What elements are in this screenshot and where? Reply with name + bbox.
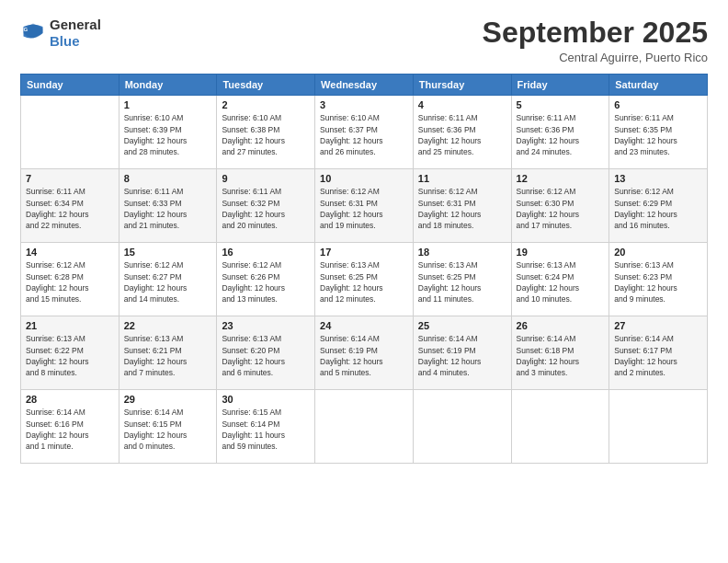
table-cell: 16Sunrise: 6:12 AMSunset: 6:26 PMDayligh… bbox=[217, 243, 315, 316]
table-cell bbox=[511, 390, 609, 464]
calendar-row: 14Sunrise: 6:12 AMSunset: 6:28 PMDayligh… bbox=[21, 243, 708, 316]
col-monday: Monday bbox=[119, 75, 217, 96]
title-block: September 2025 Central Aguirre, Puerto R… bbox=[483, 17, 708, 64]
day-info: Sunrise: 6:11 AMSunset: 6:32 PMDaylight:… bbox=[222, 186, 310, 231]
day-number: 14 bbox=[26, 247, 114, 258]
table-cell: 15Sunrise: 6:12 AMSunset: 6:27 PMDayligh… bbox=[119, 243, 217, 316]
table-cell: 22Sunrise: 6:13 AMSunset: 6:21 PMDayligh… bbox=[119, 316, 217, 390]
logo: G General Blue bbox=[20, 17, 101, 50]
calendar-header-row: Sunday Monday Tuesday Wednesday Thursday… bbox=[21, 75, 708, 96]
table-cell: 8Sunrise: 6:11 AMSunset: 6:33 PMDaylight… bbox=[119, 169, 217, 243]
day-info: Sunrise: 6:11 AMSunset: 6:36 PMDaylight:… bbox=[517, 112, 605, 157]
day-number: 26 bbox=[517, 320, 605, 331]
calendar-row: 21Sunrise: 6:13 AMSunset: 6:22 PMDayligh… bbox=[21, 316, 708, 390]
day-number: 21 bbox=[26, 320, 114, 331]
day-number: 27 bbox=[614, 320, 702, 331]
day-number: 15 bbox=[124, 247, 212, 258]
table-cell: 9Sunrise: 6:11 AMSunset: 6:32 PMDaylight… bbox=[217, 169, 315, 243]
table-cell: 23Sunrise: 6:13 AMSunset: 6:20 PMDayligh… bbox=[217, 316, 315, 390]
day-number: 9 bbox=[222, 173, 310, 184]
day-number: 20 bbox=[614, 247, 702, 258]
table-cell: 7Sunrise: 6:11 AMSunset: 6:34 PMDaylight… bbox=[21, 169, 119, 243]
day-info: Sunrise: 6:13 AMSunset: 6:22 PMDaylight:… bbox=[26, 333, 114, 378]
table-cell bbox=[609, 390, 708, 464]
logo-text: General Blue bbox=[50, 17, 101, 50]
day-info: Sunrise: 6:14 AMSunset: 6:15 PMDaylight:… bbox=[124, 407, 212, 452]
day-info: Sunrise: 6:15 AMSunset: 6:14 PMDaylight:… bbox=[222, 407, 310, 452]
day-number: 18 bbox=[418, 247, 506, 258]
header: G General Blue September 2025 Central Ag… bbox=[20, 17, 708, 64]
day-number: 7 bbox=[26, 173, 114, 184]
day-info: Sunrise: 6:11 AMSunset: 6:33 PMDaylight:… bbox=[124, 186, 212, 231]
day-number: 5 bbox=[517, 99, 605, 110]
table-cell: 2Sunrise: 6:10 AMSunset: 6:38 PMDaylight… bbox=[217, 96, 315, 169]
day-info: Sunrise: 6:10 AMSunset: 6:37 PMDaylight:… bbox=[320, 112, 408, 157]
day-number: 8 bbox=[124, 173, 212, 184]
day-info: Sunrise: 6:14 AMSunset: 6:17 PMDaylight:… bbox=[614, 333, 702, 378]
day-info: Sunrise: 6:11 AMSunset: 6:36 PMDaylight:… bbox=[418, 112, 506, 157]
table-cell: 13Sunrise: 6:12 AMSunset: 6:29 PMDayligh… bbox=[609, 169, 708, 243]
day-info: Sunrise: 6:14 AMSunset: 6:16 PMDaylight:… bbox=[26, 407, 114, 452]
table-cell: 24Sunrise: 6:14 AMSunset: 6:19 PMDayligh… bbox=[315, 316, 414, 390]
day-number: 4 bbox=[418, 99, 506, 110]
day-number: 24 bbox=[320, 320, 408, 331]
table-cell: 11Sunrise: 6:12 AMSunset: 6:31 PMDayligh… bbox=[413, 169, 511, 243]
table-cell bbox=[315, 390, 414, 464]
day-number: 29 bbox=[124, 394, 212, 405]
day-number: 13 bbox=[614, 173, 702, 184]
table-cell: 17Sunrise: 6:13 AMSunset: 6:25 PMDayligh… bbox=[315, 243, 414, 316]
day-info: Sunrise: 6:14 AMSunset: 6:19 PMDaylight:… bbox=[320, 333, 408, 378]
calendar-row: 7Sunrise: 6:11 AMSunset: 6:34 PMDaylight… bbox=[21, 169, 708, 243]
table-cell: 10Sunrise: 6:12 AMSunset: 6:31 PMDayligh… bbox=[315, 169, 414, 243]
logo-line1: General bbox=[50, 17, 101, 33]
table-cell: 14Sunrise: 6:12 AMSunset: 6:28 PMDayligh… bbox=[21, 243, 119, 316]
day-info: Sunrise: 6:14 AMSunset: 6:19 PMDaylight:… bbox=[418, 333, 506, 378]
day-info: Sunrise: 6:14 AMSunset: 6:18 PMDaylight:… bbox=[517, 333, 605, 378]
table-cell bbox=[413, 390, 511, 464]
day-info: Sunrise: 6:12 AMSunset: 6:27 PMDaylight:… bbox=[124, 259, 212, 304]
table-cell: 1Sunrise: 6:10 AMSunset: 6:39 PMDaylight… bbox=[119, 96, 217, 169]
table-cell: 27Sunrise: 6:14 AMSunset: 6:17 PMDayligh… bbox=[609, 316, 708, 390]
day-info: Sunrise: 6:12 AMSunset: 6:31 PMDaylight:… bbox=[418, 186, 506, 231]
logo-line2: Blue bbox=[50, 33, 101, 50]
day-info: Sunrise: 6:13 AMSunset: 6:24 PMDaylight:… bbox=[517, 259, 605, 304]
day-info: Sunrise: 6:12 AMSunset: 6:29 PMDaylight:… bbox=[614, 186, 702, 231]
day-number: 23 bbox=[222, 320, 310, 331]
day-info: Sunrise: 6:10 AMSunset: 6:39 PMDaylight:… bbox=[124, 112, 212, 157]
day-number: 28 bbox=[26, 394, 114, 405]
day-number: 6 bbox=[614, 99, 702, 110]
location: Central Aguirre, Puerto Rico bbox=[483, 51, 708, 64]
day-info: Sunrise: 6:12 AMSunset: 6:26 PMDaylight:… bbox=[222, 259, 310, 304]
table-cell: 25Sunrise: 6:14 AMSunset: 6:19 PMDayligh… bbox=[413, 316, 511, 390]
calendar-row: 28Sunrise: 6:14 AMSunset: 6:16 PMDayligh… bbox=[21, 390, 708, 464]
day-number: 11 bbox=[418, 173, 506, 184]
day-number: 16 bbox=[222, 247, 310, 258]
table-cell: 26Sunrise: 6:14 AMSunset: 6:18 PMDayligh… bbox=[511, 316, 609, 390]
table-cell: 12Sunrise: 6:12 AMSunset: 6:30 PMDayligh… bbox=[511, 169, 609, 243]
table-cell: 21Sunrise: 6:13 AMSunset: 6:22 PMDayligh… bbox=[21, 316, 119, 390]
table-cell: 28Sunrise: 6:14 AMSunset: 6:16 PMDayligh… bbox=[21, 390, 119, 464]
day-number: 2 bbox=[222, 99, 310, 110]
table-cell: 18Sunrise: 6:13 AMSunset: 6:25 PMDayligh… bbox=[413, 243, 511, 316]
table-cell: 20Sunrise: 6:13 AMSunset: 6:23 PMDayligh… bbox=[609, 243, 708, 316]
day-number: 12 bbox=[517, 173, 605, 184]
table-cell bbox=[21, 96, 119, 169]
page: G General Blue September 2025 Central Ag… bbox=[0, 0, 728, 563]
col-wednesday: Wednesday bbox=[315, 75, 414, 96]
day-info: Sunrise: 6:12 AMSunset: 6:30 PMDaylight:… bbox=[517, 186, 605, 231]
logo-icon: G bbox=[20, 20, 46, 46]
day-info: Sunrise: 6:13 AMSunset: 6:21 PMDaylight:… bbox=[124, 333, 212, 378]
month-title: September 2025 bbox=[483, 17, 708, 49]
day-number: 25 bbox=[418, 320, 506, 331]
day-info: Sunrise: 6:12 AMSunset: 6:28 PMDaylight:… bbox=[26, 259, 114, 304]
col-thursday: Thursday bbox=[413, 75, 511, 96]
col-saturday: Saturday bbox=[609, 75, 708, 96]
day-number: 3 bbox=[320, 99, 408, 110]
table-cell: 6Sunrise: 6:11 AMSunset: 6:35 PMDaylight… bbox=[609, 96, 708, 169]
table-cell: 19Sunrise: 6:13 AMSunset: 6:24 PMDayligh… bbox=[511, 243, 609, 316]
svg-text:G: G bbox=[24, 26, 28, 32]
day-number: 19 bbox=[517, 247, 605, 258]
day-info: Sunrise: 6:13 AMSunset: 6:25 PMDaylight:… bbox=[418, 259, 506, 304]
day-info: Sunrise: 6:13 AMSunset: 6:25 PMDaylight:… bbox=[320, 259, 408, 304]
day-number: 10 bbox=[320, 173, 408, 184]
